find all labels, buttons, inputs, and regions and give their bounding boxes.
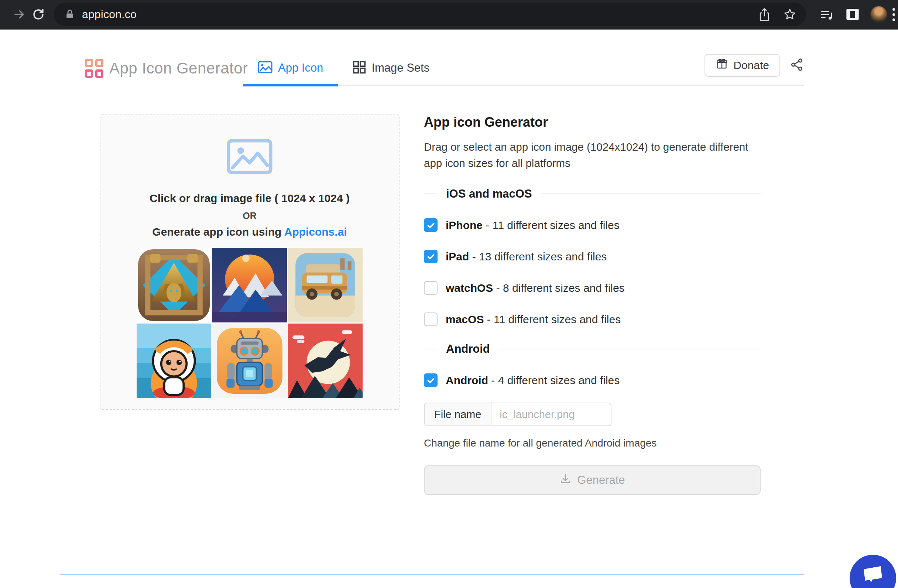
checkbox-row-watchos: watchOS - 8 different sizes and files — [424, 281, 761, 295]
sample-icons-grid — [137, 248, 363, 398]
dropzone-instruction: Click or drag image file ( 1024 x 1024 ) — [149, 192, 350, 205]
footer-divider — [60, 574, 804, 575]
file-name-input[interactable] — [492, 403, 611, 425]
donate-button[interactable]: Donate — [704, 54, 780, 77]
share-icon[interactable] — [758, 8, 770, 22]
generator-panel: App icon Generator Drag or select an app… — [424, 114, 761, 495]
side-panel-icon[interactable] — [845, 7, 860, 22]
android-checkbox[interactable] — [424, 373, 438, 387]
sample-icon-character — [137, 323, 211, 398]
sample-icon-camper-van — [288, 248, 363, 322]
checkbox-row-iphone: iPhone - 11 different sizes and files — [424, 218, 761, 232]
chat-bubble-icon — [861, 565, 884, 586]
chat-widget-button[interactable] — [850, 555, 896, 588]
tab-app-icon-label: App Icon — [278, 61, 323, 75]
grid-icon — [353, 60, 366, 75]
brand: App Icon Generator — [85, 51, 243, 86]
sample-icon-sunset — [212, 248, 287, 322]
image-placeholder-icon — [227, 139, 272, 176]
avatar[interactable] — [870, 6, 887, 23]
tab-app-icon[interactable]: App Icon — [243, 51, 338, 85]
tab-image-sets[interactable]: Image Sets — [338, 51, 444, 85]
sample-icon-robot — [212, 323, 287, 398]
share-nodes-icon[interactable] — [790, 58, 804, 73]
lock-icon — [64, 9, 75, 20]
media-playlist-icon[interactable] — [820, 7, 834, 22]
dropzone-or: OR — [243, 211, 257, 221]
url-bar[interactable]: appicon.co — [54, 3, 806, 26]
panel-title: App icon Generator — [424, 114, 761, 130]
site-header: App Icon Generator App Icon Image Sets D… — [85, 51, 804, 86]
logo-title: App Icon Generator — [109, 60, 248, 77]
dropzone-generate-line: Generate app icon using Appicons.ai — [152, 226, 347, 238]
download-icon — [560, 473, 571, 488]
section-title: iOS and macOS — [446, 187, 532, 200]
file-name-help: Change file name for all generated Andro… — [424, 437, 761, 449]
menu-dots-icon[interactable] — [892, 8, 895, 21]
donate-label: Donate — [733, 59, 769, 72]
file-name-group: File name — [424, 403, 612, 426]
gift-icon — [716, 58, 728, 73]
forward-icon[interactable] — [9, 5, 29, 24]
section-android: Android — [424, 342, 761, 356]
panel-description: Drag or select an app icon image (1024x1… — [424, 139, 761, 171]
watchos-checkbox[interactable] — [424, 281, 438, 295]
section-title: Android — [446, 342, 490, 356]
macos-checkbox[interactable] — [424, 312, 438, 326]
image-icon — [258, 61, 272, 75]
generate-label: Generate — [577, 474, 625, 487]
appicons-ai-link[interactable]: Appicons.ai — [284, 226, 347, 238]
sample-icon-eagle — [288, 323, 363, 398]
iphone-checkbox[interactable] — [424, 218, 438, 232]
tab-image-sets-label: Image Sets — [371, 61, 429, 75]
sample-icon-pharaoh — [137, 248, 211, 322]
generate-button[interactable]: Generate — [424, 465, 761, 495]
section-ios-macos: iOS and macOS — [424, 187, 761, 200]
ipad-checkbox[interactable] — [424, 250, 438, 263]
file-name-label: File name — [424, 403, 492, 425]
reload-icon[interactable] — [29, 5, 48, 24]
url-text[interactable]: appicon.co — [82, 8, 137, 21]
star-icon[interactable] — [783, 8, 797, 21]
browser-toolbar: appicon.co — [0, 0, 898, 29]
checkbox-row-android: Android - 4 different sizes and files — [424, 373, 761, 387]
app-logo-icon — [85, 59, 103, 78]
checkbox-row-ipad: iPad - 13 different sizes and files — [424, 250, 761, 263]
image-dropzone[interactable]: Click or drag image file ( 1024 x 1024 )… — [100, 114, 400, 410]
checkbox-row-macos: macOS - 11 different sizes and files — [424, 312, 761, 326]
